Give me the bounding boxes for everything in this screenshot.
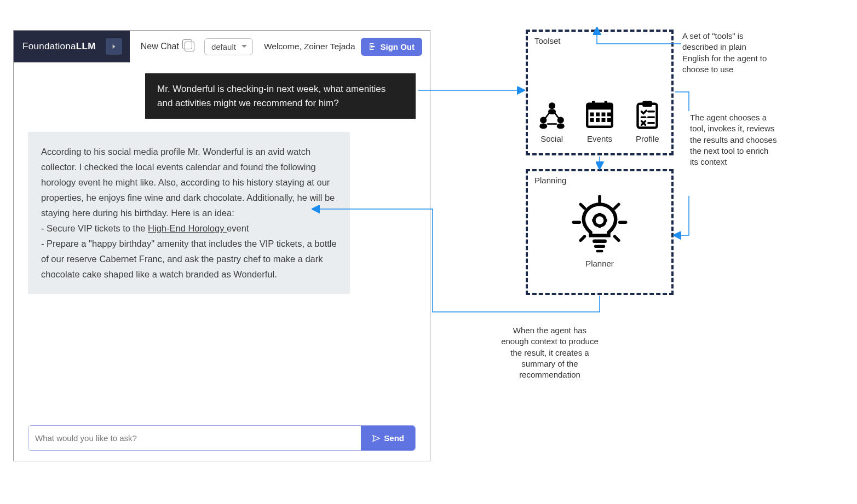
tool-profile-label: Profile (636, 134, 659, 143)
chat-window: FoundationaLLM New Chat default Welcome,… (13, 30, 430, 461)
calendar-icon (584, 99, 615, 130)
svg-rect-14 (596, 113, 600, 117)
svg-line-41 (595, 224, 596, 225)
svg-line-39 (595, 216, 596, 217)
caption-loop: The agent chooses a tool, invokes it, re… (690, 112, 778, 167)
assistant-line1a: - Secure VIP tickets to the (41, 223, 148, 233)
signout-button[interactable]: Sign Out (361, 38, 422, 56)
chat-input[interactable] (28, 426, 361, 450)
tool-social: Social (537, 99, 567, 143)
svg-rect-13 (590, 113, 594, 117)
signout-label: Sign Out (381, 42, 415, 51)
tool-events: Events (584, 99, 615, 143)
svg-line-32 (580, 236, 584, 240)
brand-prefix: Foundationa (22, 41, 76, 52)
svg-rect-43 (593, 240, 607, 243)
svg-rect-18 (596, 118, 600, 122)
planner-label: Planner (585, 259, 614, 268)
topbar-right: New Chat default Welcome, Zoiner Tejada … (130, 38, 430, 56)
chat-body: Mr. Wonderful is checking-in next week, … (14, 62, 430, 294)
assistant-message: According to his social media profile Mr… (28, 132, 350, 294)
user-message: Mr. Wonderful is checking-in next week, … (145, 73, 416, 119)
toolset-box: Toolset Social (526, 30, 674, 155)
svg-line-28 (580, 204, 584, 208)
welcome-text: Welcome, Zoiner Tejada (264, 42, 355, 51)
svg-rect-45 (596, 250, 603, 253)
arrow-right-icon (110, 43, 118, 50)
svg-rect-15 (601, 113, 605, 117)
dropdown-value: default (211, 42, 236, 51)
svg-rect-44 (594, 245, 605, 248)
tools-row: Social Events (528, 99, 671, 143)
social-icon (537, 99, 567, 130)
svg-line-42 (603, 224, 605, 225)
caption-toolset: A set of "tools" is described in plain E… (682, 31, 775, 75)
svg-line-29 (615, 204, 619, 208)
svg-rect-11 (592, 101, 595, 107)
send-label: Send (384, 433, 404, 443)
svg-line-40 (603, 216, 605, 217)
tool-social-label: Social (540, 134, 563, 143)
planner: Planner (528, 194, 671, 268)
copy-icon[interactable] (185, 42, 194, 51)
brand-bold: LLM (76, 41, 96, 52)
svg-rect-21 (638, 104, 657, 128)
svg-rect-10 (587, 104, 612, 110)
svg-rect-12 (605, 101, 607, 107)
tool-events-label: Events (587, 134, 612, 143)
planning-label: Planning (534, 176, 566, 185)
assistant-intro: According to his social media profile Mr… (41, 147, 335, 218)
svg-rect-20 (607, 118, 611, 122)
svg-rect-22 (643, 101, 653, 107)
topbar: FoundationaLLM New Chat default Welcome,… (14, 31, 430, 62)
planning-box: Planning Planner (526, 169, 674, 295)
tool-profile: Profile (632, 99, 663, 143)
collapse-sidebar-button[interactable] (106, 38, 122, 55)
svg-rect-19 (601, 118, 605, 122)
svg-point-0 (549, 102, 555, 109)
svg-rect-16 (607, 113, 611, 117)
send-button[interactable]: Send (361, 426, 415, 450)
new-chat-button[interactable]: New Chat (141, 42, 179, 51)
svg-line-6 (545, 113, 549, 119)
toolset-label: Toolset (534, 36, 561, 45)
signout-icon (369, 42, 377, 51)
svg-rect-17 (590, 118, 594, 122)
horology-link[interactable]: High-End Horology (148, 223, 227, 233)
assistant-line1c: event (227, 223, 249, 233)
caption-result: When the agent has enough context to pro… (501, 325, 599, 380)
send-icon (372, 434, 381, 443)
svg-line-33 (615, 236, 619, 240)
svg-rect-3 (539, 124, 547, 129)
clipboard-icon (632, 99, 663, 130)
agent-dropdown[interactable]: default (204, 38, 253, 55)
svg-rect-5 (556, 124, 564, 129)
lightbulb-gear-icon (570, 194, 630, 254)
assistant-line2: - Prepare a "happy birthday" amenity tha… (41, 239, 337, 279)
brand: FoundationaLLM (14, 31, 130, 62)
chat-input-row: Send (28, 425, 416, 451)
svg-line-7 (554, 113, 559, 119)
